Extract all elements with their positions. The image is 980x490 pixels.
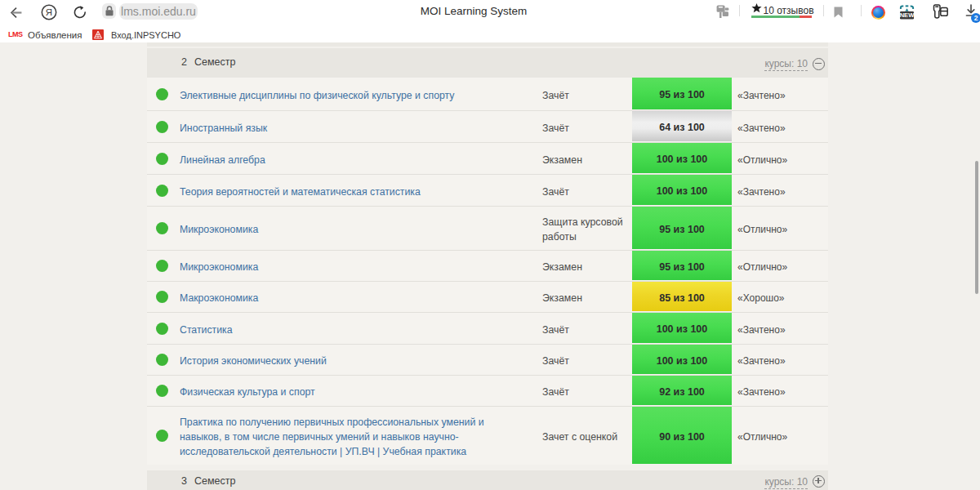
svg-text:Я: Я [46,7,52,17]
svg-text:NEW: NEW [900,11,915,19]
